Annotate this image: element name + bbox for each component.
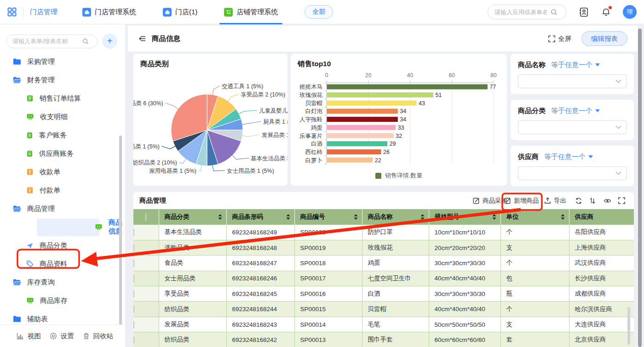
- table-row: 食品类6923248168247SP00018鸡蛋30cm*30cm*30/30…: [133, 256, 634, 271]
- bar-摇摇木马[interactable]: [327, 84, 488, 89]
- bar-value-label: 33: [398, 125, 404, 131]
- global-search-input[interactable]: [494, 8, 548, 16]
- table-fullscreen-icon[interactable]: [618, 192, 625, 209]
- row-checkbox[interactable]: [133, 336, 134, 344]
- fullscreen-button[interactable]: 全屏: [548, 34, 571, 43]
- filter-operator-dropdown[interactable]: 等于任意一个: [551, 61, 600, 69]
- sort-icon[interactable]: [589, 192, 596, 209]
- bar-人字拖鞋[interactable]: [327, 117, 398, 122]
- sort-arrows-icon[interactable]: [420, 214, 425, 220]
- pie-label-line: [242, 121, 261, 125]
- bar-白酒[interactable]: [327, 141, 388, 146]
- chevron-down-icon: [615, 125, 621, 129]
- filter-operator-dropdown[interactable]: 等于任意一个: [544, 153, 593, 161]
- tab-store-1[interactable]: 门店(1): [157, 0, 203, 24]
- fullscreen-icon: [548, 35, 555, 42]
- column-header-商品编号[interactable]: 商品编号: [294, 209, 362, 225]
- sidebar-item-付款单[interactable]: 付款单: [0, 181, 125, 199]
- table-cell: 10cm*10cm*10/10: [429, 225, 500, 240]
- sidebar-search-input[interactable]: [12, 37, 80, 45]
- avatar[interactable]: 理: [623, 5, 637, 19]
- sidebar-item-客户账务[interactable]: 客户账务: [0, 126, 125, 144]
- filter-value-select[interactable]: [518, 166, 627, 180]
- sidebar-search[interactable]: [6, 34, 98, 48]
- dropdown-arrow-icon: [588, 155, 593, 159]
- workspace-link[interactable]: 门店管理: [30, 8, 58, 17]
- row-checkbox[interactable]: [133, 228, 134, 236]
- table-cell: 纺织品类: [159, 332, 226, 347]
- collapse-sidebar-icon[interactable]: [138, 34, 146, 43]
- export-icon: [544, 197, 551, 204]
- filter-value-select[interactable]: [518, 74, 627, 88]
- add-form-button[interactable]: +: [102, 34, 117, 49]
- sort-arrows-icon[interactable]: [354, 214, 358, 220]
- sidebar-item-商品资料[interactable]: 商品资料: [0, 255, 125, 273]
- bar-鸡蛋[interactable]: [327, 125, 396, 130]
- row-checkbox[interactable]: [133, 321, 134, 329]
- sidebar-item-label: 销售订单结算: [40, 94, 81, 103]
- sidebar-item-收款单[interactable]: 收款单: [0, 163, 125, 181]
- bar-白灯泡[interactable]: [327, 108, 398, 114]
- sidebar-item-财务管理[interactable]: 财务管理: [0, 71, 125, 89]
- page-scrollbar-thumb[interactable]: [638, 28, 642, 347]
- sort-arrows-icon[interactable]: [286, 214, 290, 220]
- folder-open-icon: [13, 279, 21, 286]
- refresh-icon[interactable]: [575, 192, 582, 209]
- sidebar-item-label: 收支明细: [40, 113, 68, 121]
- screen-green-icon: [26, 297, 34, 304]
- bar-贝雷帽[interactable]: [327, 101, 417, 106]
- bar-乐事薯片[interactable]: [327, 133, 394, 138]
- settings-button[interactable]: 设置: [50, 332, 74, 341]
- tab-store-mgmt-system[interactable]: 门店管理系统: [77, 0, 142, 24]
- dropdown-arrow-icon: [595, 63, 600, 67]
- visibility-eye-icon[interactable]: [604, 192, 611, 209]
- column-header-商品名称[interactable]: 商品名称: [362, 209, 429, 225]
- filter-value-select[interactable]: [518, 120, 627, 134]
- all-apps-pill[interactable]: 全部: [305, 5, 333, 19]
- edit-report-button[interactable]: 编辑报表: [581, 31, 627, 46]
- column-header-供应商[interactable]: 供应商: [569, 209, 634, 225]
- sidebar-item-销售订单结算[interactable]: 销售订单结算: [0, 89, 125, 108]
- row-checkbox[interactable]: [133, 274, 134, 282]
- recycle-bin-button[interactable]: 回收站: [83, 332, 114, 341]
- export-button[interactable]: 导出: [544, 192, 566, 209]
- sidebar-item-采购管理[interactable]: 采购管理: [0, 52, 125, 71]
- sort-arrows-icon[interactable]: [561, 214, 565, 220]
- sort-arrows-icon[interactable]: [492, 214, 496, 220]
- column-header-单位[interactable]: 单位: [500, 209, 569, 225]
- row-checkbox[interactable]: [133, 305, 134, 313]
- bar-玫瑰假花[interactable]: [327, 92, 433, 97]
- sort-arrows-icon[interactable]: [218, 214, 222, 220]
- select-all-checkbox[interactable]: [145, 213, 146, 221]
- column-header-规格型号[interactable]: 规格型号: [429, 209, 500, 225]
- sidebar-item-收支明细[interactable]: 收支明细: [0, 108, 125, 126]
- bar-西红柿[interactable]: [327, 149, 381, 154]
- column-header-商品分类[interactable]: 商品分类: [159, 209, 226, 225]
- notifications-bell-icon[interactable]: [601, 7, 611, 17]
- global-search[interactable]: [488, 5, 567, 19]
- row-checkbox[interactable]: [133, 244, 134, 252]
- sidebar-item-供应商账务[interactable]: 供应商账务: [0, 144, 125, 163]
- tab-shop-mgmt-system-active[interactable]: 店铺管理系统: [218, 0, 283, 24]
- receipt-orange-icon: [26, 168, 34, 176]
- bar-chart-legend[interactable]: 销售详情.数量: [291, 171, 507, 180]
- sidebar-item-商品管理[interactable]: 商品管理: [0, 199, 125, 218]
- filter-operator-dropdown[interactable]: 等于任意一个: [551, 107, 600, 115]
- app-grid-icon[interactable]: [7, 7, 17, 17]
- sidebar-item-商品信息[interactable]: 商品信息: [0, 218, 125, 236]
- row-checkbox[interactable]: [133, 259, 134, 267]
- table-scrollbar[interactable]: [627, 307, 630, 345]
- sidebar-item-商品库存[interactable]: 商品库存: [0, 291, 125, 310]
- app-directory-icon[interactable]: [579, 7, 589, 17]
- bar-白萝卜[interactable]: [327, 158, 373, 163]
- sidebar-item-商品分类[interactable]: 商品分类: [0, 236, 125, 255]
- column-header-商品条形码[interactable]: 商品条形码: [226, 209, 294, 225]
- row-checkbox[interactable]: [133, 290, 134, 298]
- purchase-product-button[interactable]: 商品采购: [473, 192, 507, 209]
- sidebar-scrollbar[interactable]: [119, 136, 122, 346]
- views-button[interactable]: 视图: [17, 332, 41, 341]
- column-header-label: 商品分类: [165, 213, 190, 220]
- add-product-button[interactable]: 新增商品: [504, 192, 539, 209]
- table-cell: 6923248168247: [226, 256, 294, 271]
- sidebar-item-库存查询[interactable]: 库存查询: [0, 273, 125, 291]
